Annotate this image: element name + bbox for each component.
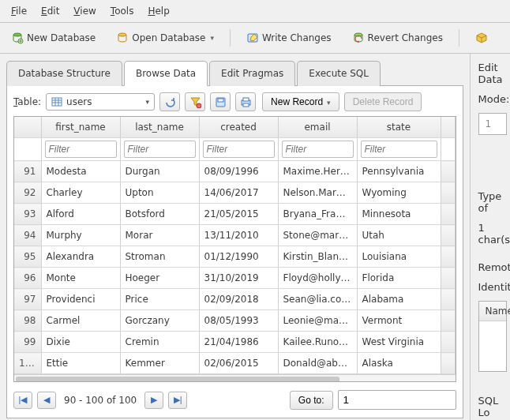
cell-first-name[interactable]: Ettie <box>41 353 120 374</box>
last-page-button[interactable]: ▶| <box>168 392 187 409</box>
table-row[interactable]: 97ProvidenciPrice02/09/2018Sean@lia.co…A… <box>14 289 455 310</box>
table-row[interactable]: 98CarmelGorczany08/05/1993Leonie@ma…Verm… <box>14 310 455 332</box>
col-last-name[interactable]: last_name <box>120 117 199 138</box>
cell-last-name[interactable]: Price <box>120 289 199 310</box>
cell-email[interactable]: Sean@lia.co… <box>278 289 357 310</box>
col-created[interactable]: created <box>199 117 278 138</box>
first-page-button[interactable]: |◀ <box>13 392 32 409</box>
cell-state[interactable]: Minnesota <box>357 204 441 225</box>
print-button[interactable] <box>235 92 256 111</box>
rowid-cell[interactable]: 93 <box>14 204 41 225</box>
rowid-cell[interactable]: 100 <box>14 353 41 374</box>
cell-first-name[interactable]: Alexandra <box>41 246 120 268</box>
menu-tools[interactable]: Tools <box>104 3 141 19</box>
table-row[interactable]: 96MonteHoeger31/10/2019Floyd@holly…Flori… <box>14 268 455 289</box>
cell-email[interactable]: Nelson.Mar… <box>278 182 357 204</box>
clear-filters-button[interactable] <box>185 92 205 111</box>
cell-state[interactable]: Wyoming <box>357 182 441 204</box>
cell-first-name[interactable]: Murphy <box>41 225 120 246</box>
chevron-down-icon[interactable]: ▾ <box>210 34 214 42</box>
cell-state[interactable]: Vermont <box>357 310 441 332</box>
cell-state[interactable]: Florida <box>357 268 441 289</box>
save-table-button[interactable] <box>210 92 231 111</box>
table-row[interactable]: 95AlexandraStroman01/12/1990Kirstin_Blan… <box>14 246 455 268</box>
rowid-cell[interactable]: 96 <box>14 268 41 289</box>
cell-last-name[interactable]: Botsford <box>120 204 199 225</box>
rowid-cell[interactable]: 92 <box>14 182 41 204</box>
cell-last-name[interactable]: Stroman <box>120 246 199 268</box>
cell-state[interactable]: Louisiana <box>357 246 441 268</box>
table-row[interactable]: 94MurphyMorar13/11/2010Stone@mar…Utah <box>14 225 455 246</box>
col-first-name[interactable]: first_name <box>41 117 120 138</box>
cell-created[interactable]: 08/09/1996 <box>199 161 278 182</box>
col-state[interactable]: state <box>357 117 441 138</box>
cell-last-name[interactable]: Durgan <box>120 161 199 182</box>
rowid-cell[interactable]: 99 <box>14 332 41 353</box>
col-email[interactable]: email <box>278 117 357 138</box>
cell-created[interactable]: 21/04/1986 <box>199 332 278 353</box>
rowid-cell[interactable]: 98 <box>14 310 41 332</box>
table-row[interactable]: 91ModestaDurgan08/09/1996Maxime.Her…Penn… <box>14 161 455 182</box>
table-row[interactable]: 99DixieCremin21/04/1986Kailee.Runo…West … <box>14 332 455 353</box>
cell-email[interactable]: Stone@mar… <box>278 225 357 246</box>
cell-first-name[interactable]: Monte <box>41 268 120 289</box>
filter-first-name[interactable] <box>45 141 117 158</box>
rowid-cell[interactable]: 91 <box>14 161 41 182</box>
write-changes-button[interactable]: Write Changes <box>242 28 336 48</box>
next-page-button[interactable]: ▶ <box>144 392 163 409</box>
rowid-cell[interactable]: 94 <box>14 225 41 246</box>
cell-first-name[interactable]: Modesta <box>41 161 120 182</box>
cell-state[interactable]: West Virginia <box>357 332 441 353</box>
menu-edit[interactable]: Edit <box>35 3 66 19</box>
tab-pragmas[interactable]: Edit Pragmas <box>209 61 295 86</box>
data-grid[interactable]: first_name last_name created email state <box>13 116 456 382</box>
mode-value-box[interactable]: 1 <box>478 113 508 135</box>
menu-file[interactable]: File <box>5 3 33 19</box>
rowid-cell[interactable]: 97 <box>14 289 41 310</box>
cell-email[interactable]: Bryana_Fra… <box>278 204 357 225</box>
new-record-button[interactable]: New Record ▾ <box>262 92 339 111</box>
tab-sql[interactable]: Execute SQL <box>297 61 381 86</box>
cell-email[interactable]: Donald@ab… <box>278 353 357 374</box>
cell-first-name[interactable]: Alford <box>41 204 120 225</box>
cell-created[interactable]: 14/06/2017 <box>199 182 278 204</box>
scrollbar-thumb[interactable] <box>16 377 339 382</box>
cell-state[interactable]: Pennsylvania <box>357 161 441 182</box>
rowid-header[interactable] <box>14 117 41 138</box>
cell-state[interactable]: Alaska <box>357 353 441 374</box>
filter-created[interactable] <box>203 141 275 158</box>
open-database-button[interactable]: Open Database ▾ <box>111 28 219 48</box>
cell-last-name[interactable]: Morar <box>120 225 199 246</box>
cell-email[interactable]: Floyd@holly… <box>278 268 357 289</box>
cell-created[interactable]: 13/11/2010 <box>199 225 278 246</box>
cell-last-name[interactable]: Hoeger <box>120 268 199 289</box>
filter-state[interactable] <box>361 141 437 158</box>
table-selector[interactable]: users ▾ <box>46 93 155 111</box>
cell-created[interactable]: 02/09/2018 <box>199 289 278 310</box>
identity-name-header[interactable]: Name <box>479 302 507 321</box>
identity-table[interactable]: Name <box>478 301 508 372</box>
revert-changes-button[interactable]: Revert Changes <box>347 28 448 48</box>
new-database-button[interactable]: New Database <box>6 28 100 48</box>
cell-first-name[interactable]: Carmel <box>41 310 120 332</box>
cell-last-name[interactable]: Kemmer <box>120 353 199 374</box>
table-row[interactable]: 100EttieKemmer02/06/2015Donald@ab…Alaska <box>14 353 455 374</box>
cell-created[interactable]: 21/05/2015 <box>199 204 278 225</box>
filter-last-name[interactable] <box>124 141 196 158</box>
cell-last-name[interactable]: Cremin <box>120 332 199 353</box>
refresh-button[interactable] <box>159 92 180 111</box>
rowid-cell[interactable]: 95 <box>14 246 41 268</box>
table-row[interactable]: 93AlfordBotsford21/05/2015Bryana_Fra…Min… <box>14 204 455 225</box>
cell-email[interactable]: Leonie@ma… <box>278 310 357 332</box>
project-button[interactable] <box>471 28 489 48</box>
cell-created[interactable]: 31/10/2019 <box>199 268 278 289</box>
filter-email[interactable] <box>282 141 354 158</box>
prev-page-button[interactable]: ◀ <box>37 392 56 409</box>
cell-created[interactable]: 08/05/1993 <box>199 310 278 332</box>
cell-first-name[interactable]: Dixie <box>41 332 120 353</box>
cell-last-name[interactable]: Gorczany <box>120 310 199 332</box>
tab-browse[interactable]: Browse Data <box>124 61 208 86</box>
table-row[interactable]: 92CharleyUpton14/06/2017Nelson.Mar…Wyomi… <box>14 182 455 204</box>
menu-help[interactable]: Help <box>141 3 175 19</box>
goto-input[interactable] <box>338 390 456 410</box>
